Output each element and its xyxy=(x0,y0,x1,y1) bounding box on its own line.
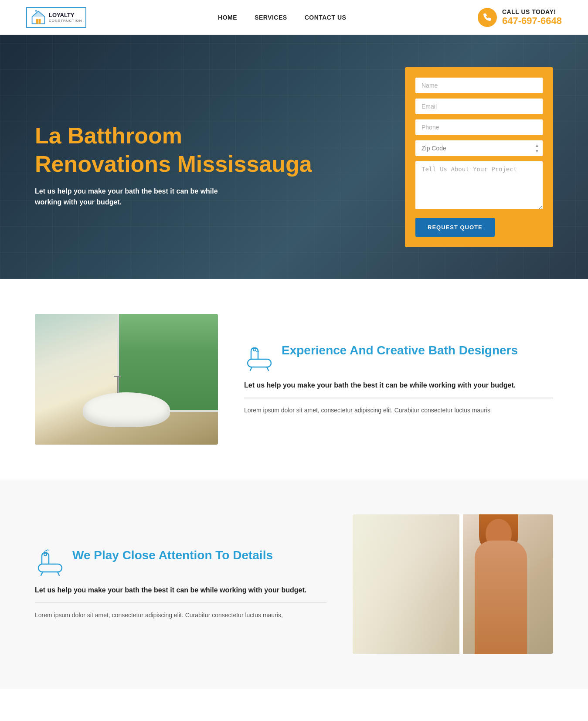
section1-bold: Let us help you make your bath the best … xyxy=(244,380,553,391)
call-area: CALL US TODAY! 647-697-6648 xyxy=(478,8,562,27)
logo-house-icon xyxy=(31,10,46,25)
nav-contact[interactable]: CONTACT US xyxy=(305,14,347,21)
bathtub-shape xyxy=(83,392,170,427)
section2-heading-row: We Play Close Attention To Details xyxy=(35,548,326,578)
details-text-col: We Play Close Attention To Details Let u… xyxy=(35,548,326,621)
svg-rect-8 xyxy=(38,564,62,572)
section2-title: We Play Close Attention To Details xyxy=(72,548,273,563)
logo-name: LOYALTY xyxy=(49,12,82,19)
bath-image-col-2 xyxy=(353,514,553,654)
experience-text-col: Experience And Creative Bath Designers L… xyxy=(244,343,553,416)
section-heading-row: Experience And Creative Bath Designers xyxy=(244,343,553,373)
section2-body: Lorem ipsum dolor sit amet, consectetur … xyxy=(35,610,326,621)
logo-tagline: CONSTRUCTION xyxy=(49,19,82,23)
experience-two-col: Experience And Creative Bath Designers L… xyxy=(35,314,553,445)
details-section: We Play Close Attention To Details Let u… xyxy=(0,480,588,689)
call-number: 647-697-6648 xyxy=(502,15,562,27)
phone-input[interactable] xyxy=(415,119,543,135)
hero-content: La Batthroom Renovations Mississauga Let… xyxy=(0,35,588,279)
bath-image-2 xyxy=(353,514,553,654)
bathtub-icon-2 xyxy=(35,548,65,578)
section2-bold: Let us help you make your bath the best … xyxy=(35,585,326,595)
svg-point-9 xyxy=(44,553,47,556)
phone-icon xyxy=(478,8,497,27)
svg-point-5 xyxy=(253,348,256,351)
main-nav: HOME SERVICES CONTACT US xyxy=(218,14,346,21)
bath-image-col-1 xyxy=(35,314,218,445)
woman-silhouette xyxy=(475,541,527,654)
request-quote-button[interactable]: REQUEST QUOTE xyxy=(415,218,495,237)
bathtub-icon xyxy=(244,343,275,373)
bath-image-1 xyxy=(35,314,218,445)
hero-left: La Batthroom Renovations Mississauga Let… xyxy=(35,106,379,208)
email-input[interactable] xyxy=(415,99,543,114)
section1-title: Experience And Creative Bath Designers xyxy=(282,343,518,358)
call-text-area: CALL US TODAY! 647-697-6648 xyxy=(502,8,562,27)
zip-input[interactable] xyxy=(415,140,543,156)
logo-text-area: LOYALTY CONSTRUCTION xyxy=(49,12,82,23)
call-label: CALL US TODAY! xyxy=(502,8,562,15)
window-light xyxy=(353,514,463,654)
section1-body: Lorem ipsum dolor sit amet, consectetur … xyxy=(244,405,553,416)
svg-rect-4 xyxy=(248,359,271,367)
details-two-col: We Play Close Attention To Details Let u… xyxy=(35,514,553,654)
header: LOYALTY CONSTRUCTION HOME SERVICES CONTA… xyxy=(0,0,588,35)
project-textarea[interactable] xyxy=(415,161,543,209)
hero-title-line2: Renovations Mississauga xyxy=(35,152,379,177)
hero-description: Let us help you make your bath the best … xyxy=(35,186,218,208)
zip-arrows: ▲▼ xyxy=(535,143,539,153)
logo: LOYALTY CONSTRUCTION xyxy=(26,7,86,28)
hero-section: La Batthroom Renovations Mississauga Let… xyxy=(0,35,588,279)
section2-divider xyxy=(35,602,326,603)
faucet-shape xyxy=(117,376,119,393)
logo-box: LOYALTY CONSTRUCTION xyxy=(26,7,86,28)
nav-services[interactable]: SERVICES xyxy=(255,14,287,21)
zip-wrapper: ▲▼ xyxy=(415,140,543,156)
quote-form: ▲▼ REQUEST QUOTE xyxy=(405,67,553,247)
hero-title-line1: La Batthroom xyxy=(35,123,379,148)
name-input[interactable] xyxy=(415,78,543,93)
svg-marker-1 xyxy=(32,11,45,17)
nav-home[interactable]: HOME xyxy=(218,14,237,21)
experience-section: Experience And Creative Bath Designers L… xyxy=(0,279,588,480)
section1-divider xyxy=(244,398,553,398)
